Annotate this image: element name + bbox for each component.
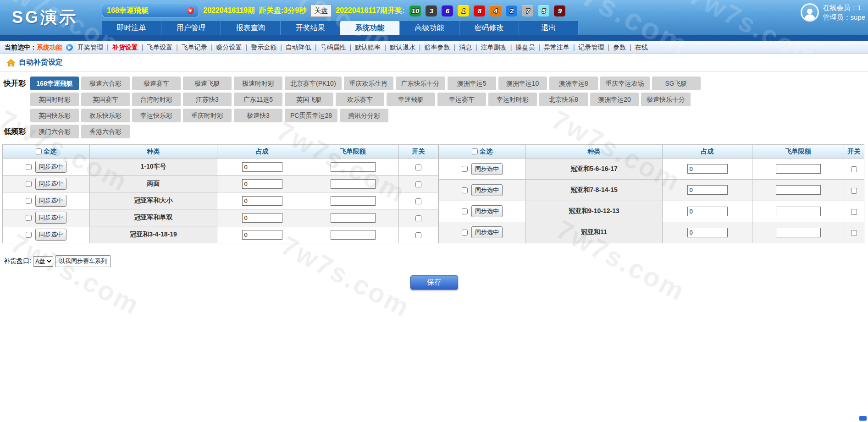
close-market-button[interactable]: 关盘 [310, 5, 332, 17]
stake-input[interactable] [242, 162, 282, 172]
dropdown-arrow-icon[interactable] [187, 7, 194, 14]
lottery-button[interactable]: 欢乐赛车 [336, 93, 384, 106]
stake-input[interactable] [242, 179, 282, 189]
switch-checkbox[interactable] [851, 209, 857, 215]
subnav-link[interactable]: 赔率参数 [415, 44, 450, 52]
sync-select-button[interactable]: 同步选中 [35, 178, 66, 190]
sync-checkbox[interactable] [26, 215, 32, 221]
sync-select-button[interactable]: 同步选中 [471, 226, 503, 238]
lottery-button[interactable]: 北京赛车(PK10) [285, 77, 342, 90]
lottery-button[interactable]: 北京快乐8 [539, 93, 588, 106]
sync-select-button[interactable]: 同步选中 [35, 161, 66, 173]
lottery-button[interactable]: 澳洲幸运5 [448, 77, 496, 90]
lottery-button[interactable]: 英国飞艇 [285, 93, 333, 106]
lottery-button[interactable]: 极速快3 [234, 109, 282, 122]
sync-select-button[interactable]: 同步选中 [35, 212, 66, 224]
nav-tab[interactable]: 高级功能 [400, 21, 459, 35]
lottery-button[interactable]: 英国赛车 [81, 93, 130, 106]
subnav-link[interactable]: 操盘员 [507, 44, 535, 52]
subnav-link[interactable]: 开奖管理 [77, 44, 103, 52]
nav-tab[interactable]: 退出 [519, 21, 579, 35]
nav-tab[interactable]: 用户管理 [161, 21, 221, 35]
sync-checkbox[interactable] [462, 208, 468, 214]
lottery-button[interactable]: 重庆欢乐生肖 [344, 77, 393, 90]
limit-input[interactable] [331, 162, 376, 172]
limit-input[interactable] [331, 213, 376, 223]
lottery-button[interactable]: SG飞艇 [652, 77, 701, 90]
lottery-button[interactable]: 重庆时时彩 [183, 109, 232, 122]
lottery-button[interactable]: 腾讯分分彩 [340, 109, 388, 122]
subnav-link[interactable]: 赚分设置 [207, 44, 242, 52]
select-all-checkbox[interactable] [472, 148, 478, 154]
sync-checkbox[interactable] [26, 164, 32, 170]
switch-checkbox[interactable] [851, 230, 857, 236]
stake-input[interactable] [687, 185, 728, 195]
lottery-button[interactable]: 幸运时时彩 [488, 93, 537, 106]
corner-widget[interactable] [859, 416, 867, 421]
lottery-select[interactable]: 168幸運飛艇 [102, 4, 199, 17]
sync-checkbox[interactable] [26, 232, 32, 238]
limit-input[interactable] [331, 196, 376, 206]
limit-input[interactable] [331, 230, 376, 240]
stake-input[interactable] [242, 196, 282, 206]
lottery-button[interactable]: 极速赛车 [132, 77, 181, 90]
subnav-link[interactable]: 在线 [626, 44, 648, 52]
sync-checkbox[interactable] [462, 166, 468, 172]
subnav-link[interactable]: 记录管理 [569, 44, 604, 52]
nav-tab[interactable]: 密码修改 [459, 21, 519, 35]
lottery-button[interactable]: PC蛋蛋幸运28 [285, 109, 337, 122]
subnav-link[interactable]: 默认赔率 [346, 44, 381, 52]
nav-tab[interactable]: 即时注单 [102, 21, 161, 35]
sync-select-button[interactable]: 同步选中 [35, 229, 66, 241]
nav-tab[interactable]: 开奖结果 [281, 21, 340, 35]
lottery-button[interactable]: 欢乐快乐彩 [81, 109, 130, 122]
lottery-button[interactable]: 幸運飛艇 [387, 93, 435, 106]
limit-input[interactable] [776, 164, 821, 174]
lottery-button[interactable]: 极速六合彩 [81, 77, 130, 90]
subnav-link[interactable]: 警示金额 [242, 44, 277, 52]
lottery-button[interactable]: 幸运赛车 [437, 93, 486, 106]
switch-checkbox[interactable] [415, 164, 421, 170]
sync-select-button[interactable]: 同步选中 [471, 184, 503, 196]
subnav-link[interactable]: 飞单记录 [172, 44, 207, 52]
sync-select-button[interactable]: 同步选中 [471, 205, 503, 217]
nav-tab[interactable]: 系统功能 [340, 21, 400, 35]
lottery-button[interactable]: 168幸運飛艇 [30, 77, 79, 90]
stake-input[interactable] [242, 230, 282, 240]
lottery-button[interactable]: 重庆幸运农场 [600, 77, 650, 90]
switch-checkbox[interactable] [415, 215, 421, 221]
lottery-button[interactable]: 澳门六合彩 [30, 125, 79, 138]
lottery-button[interactable]: 澳洲幸运8 [549, 77, 598, 90]
save-button[interactable]: 保存 [410, 275, 458, 290]
subnav-link[interactable]: 号码属性 [311, 44, 346, 52]
lottery-button[interactable]: 英国时时彩 [30, 93, 79, 106]
stake-input[interactable] [242, 213, 282, 223]
limit-input[interactable] [776, 185, 821, 195]
subnav-link[interactable]: 异常注单 [535, 44, 569, 52]
lottery-button[interactable]: 广东快乐十分 [396, 77, 445, 90]
lottery-button[interactable]: 英国快乐彩 [30, 109, 79, 122]
switch-checkbox[interactable] [415, 232, 421, 238]
stake-input[interactable] [687, 228, 728, 237]
lottery-button[interactable]: 江苏快3 [183, 93, 232, 106]
market-select[interactable]: A盘 [33, 256, 53, 267]
sync-select-button[interactable]: 同步选中 [471, 163, 503, 175]
subnav-link[interactable]: 参数 [604, 44, 626, 52]
limit-input[interactable] [331, 179, 376, 189]
lottery-button[interactable]: 澳洲幸运20 [590, 93, 639, 106]
lottery-button[interactable]: 极速时时彩 [234, 77, 282, 90]
sync-race-series-button[interactable]: 以我同步赛车系列 [55, 255, 111, 267]
sync-checkbox[interactable] [26, 198, 32, 204]
expand-arrow-icon[interactable] [66, 44, 73, 51]
lottery-button[interactable]: 香港六合彩 [81, 125, 130, 138]
switch-checkbox[interactable] [851, 188, 857, 194]
lottery-button[interactable]: 广东11选5 [234, 93, 282, 106]
sync-checkbox[interactable] [462, 187, 468, 193]
lottery-button[interactable]: 极速飞艇 [183, 77, 232, 90]
subnav-link[interactable]: 消息 [450, 44, 472, 52]
subnav-link[interactable]: 飞单设置 [138, 44, 173, 52]
switch-checkbox[interactable] [415, 198, 421, 204]
subnav-link[interactable]: 自动降低 [276, 44, 311, 52]
limit-input[interactable] [776, 228, 821, 237]
sync-checkbox[interactable] [462, 230, 468, 236]
